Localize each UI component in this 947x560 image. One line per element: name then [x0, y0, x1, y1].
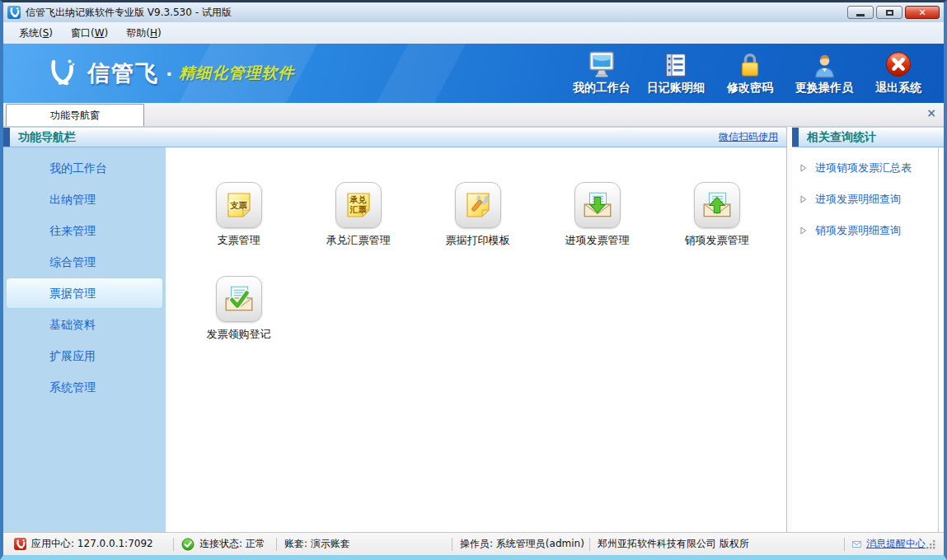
sidebar-item-basic-data[interactable]: 基础资料 [6, 309, 163, 340]
sidebar-item-extensions[interactable]: 扩展应用 [6, 340, 163, 371]
menu-bar: 系统(S) 窗口(W) 帮助(H) [3, 22, 944, 44]
query-item-input-invoice-detail[interactable]: 进项发票明细查询 [792, 184, 944, 215]
brand-block: 信管飞 · 精细化管理软件 [45, 57, 294, 90]
triangle-bullet-icon [800, 164, 807, 172]
workbench-monitor-icon [588, 49, 616, 78]
menu-system[interactable]: 系统(S) [10, 23, 62, 44]
panel-splitter[interactable] [786, 127, 792, 532]
envelope-arrow-up-icon [694, 182, 740, 228]
note-wrench-icon [455, 182, 501, 228]
banner-toolbar: 我的工作台 日记账明细 [566, 49, 944, 99]
toolbar-switch-operator[interactable]: 更换操作员 [789, 49, 860, 99]
triangle-bullet-icon [800, 195, 807, 203]
tab-strip: 功能导航窗 × [3, 103, 944, 127]
sidebar-item-cashier-mgmt[interactable]: 出纳管理 [6, 184, 163, 215]
module-bill-print-template[interactable]: 票据打印模板 [428, 182, 527, 248]
brand-swoosh-icon [45, 57, 79, 90]
journal-detail-icon [663, 49, 689, 78]
app-center-logo-icon [14, 538, 26, 550]
query-panel-header: 相关查询统计 [792, 127, 944, 147]
password-lock-icon [738, 49, 762, 78]
triangle-bullet-icon [800, 226, 807, 235]
brand-name: 信管飞 [87, 58, 159, 88]
query-panel: 相关查询统计 进项销项发票汇总表 进项发票明细查询 销项发票明细查询 [792, 127, 944, 532]
app-logo-icon [7, 6, 21, 19]
status-operator: 操作员: 系统管理员(admin) [452, 537, 589, 551]
module-input-invoice[interactable]: 进项发票管理 [547, 182, 647, 248]
tab-close-icon[interactable]: × [926, 107, 936, 119]
tab-function-navigation[interactable]: 功能导航窗 [6, 104, 144, 126]
envelope-arrow-down-icon [574, 182, 621, 228]
toolbar-my-workbench[interactable]: 我的工作台 [566, 49, 637, 99]
sidebar-item-system-mgmt[interactable]: 系统管理 [6, 371, 163, 403]
envelope-check-icon [216, 276, 262, 322]
status-connection: 连接状态: 正常 [174, 537, 276, 551]
window-title: 信管飞出纳记账软件专业版 V9.3.530 - 试用版 [26, 6, 232, 20]
sidebar-item-contacts-mgmt[interactable]: 往来管理 [6, 215, 163, 246]
module-grid: 支票 支票管理 承兑 [166, 147, 786, 532]
status-account-set: 账套: 演示账套 [277, 537, 452, 551]
query-item-output-invoice-detail[interactable]: 销项发票明细查询 [792, 215, 944, 246]
nav-sidebar: 我的工作台 出纳管理 往来管理 综合管理 票据管理 基础资料 扩展应用 系统管理 [3, 147, 166, 532]
content-area: 功能导航栏 微信扫码使用 我的工作台 出纳管理 往来管理 综合管理 票据管理 基… [3, 127, 944, 532]
app-window: 信管飞出纳记账软件专业版 V9.3.530 - 试用版 ✕ 系统(S) 窗口(W… [0, 0, 947, 560]
status-bar: 应用中心: 127.0.0.1:7092 连接状态: 正常 账套: 演示账套 操… [3, 532, 944, 555]
switch-operator-icon [812, 49, 837, 78]
toolbar-journal-detail[interactable]: 日记账明细 [640, 49, 711, 99]
menu-help[interactable]: 帮助(H) [117, 23, 170, 44]
module-draft-management[interactable]: 承兑 汇票 承兑汇票管理 [308, 182, 408, 248]
sidebar-item-general-mgmt[interactable]: 综合管理 [6, 246, 163, 278]
sidebar-item-bills-mgmt[interactable]: 票据管理 [6, 278, 163, 309]
status-message-center[interactable]: 消息提醒中心 [845, 537, 926, 551]
connection-ok-icon [181, 538, 195, 551]
navigation-panel-header: 功能导航栏 微信扫码使用 [3, 127, 786, 147]
module-output-invoice[interactable]: 销项发票管理 [667, 182, 767, 248]
toolbar-exit-system[interactable]: 退出系统 [863, 49, 934, 99]
brand-separator: · [166, 63, 172, 84]
status-app-center: 应用中心: 127.0.0.1:7092 [7, 537, 173, 551]
sidebar-item-my-workbench[interactable]: 我的工作台 [6, 152, 163, 184]
query-panel-title: 相关查询统计 [807, 130, 876, 145]
toolbar-change-password[interactable]: 修改密码 [715, 49, 785, 99]
status-copyright: 郑州亚拓软件科技有限公司 版权所 [590, 537, 844, 551]
brand-banner: 信管飞 · 精细化管理软件 我的工作台 [3, 44, 944, 103]
exit-system-icon [884, 49, 912, 78]
header-accent-marker [792, 128, 799, 147]
note-draft-icon: 承兑 汇票 [335, 182, 382, 228]
module-cheque-management[interactable]: 支票 支票管理 [189, 182, 288, 248]
menu-window[interactable]: 窗口(W) [62, 23, 117, 44]
navigation-panel-title: 功能导航栏 [18, 130, 76, 145]
brand-tagline: 精细化管理软件 [179, 63, 294, 84]
query-item-invoice-summary[interactable]: 进项销项发票汇总表 [792, 152, 944, 184]
maximize-icon[interactable] [876, 6, 902, 19]
resize-grip[interactable] [926, 539, 940, 555]
minimize-icon[interactable] [847, 6, 874, 19]
title-bar: 信管飞出纳记账软件专业版 V9.3.530 - 试用版 ✕ [3, 2, 944, 22]
mail-icon [852, 539, 861, 549]
close-icon[interactable]: ✕ [905, 6, 940, 19]
header-accent-marker [3, 128, 10, 147]
navigation-panel: 功能导航栏 微信扫码使用 我的工作台 出纳管理 往来管理 综合管理 票据管理 基… [3, 127, 786, 532]
note-cheque-icon: 支票 [216, 182, 262, 228]
wechat-scan-link[interactable]: 微信扫码使用 [719, 130, 778, 144]
module-invoice-purchase-register[interactable]: 发票领购登记 [189, 276, 288, 342]
